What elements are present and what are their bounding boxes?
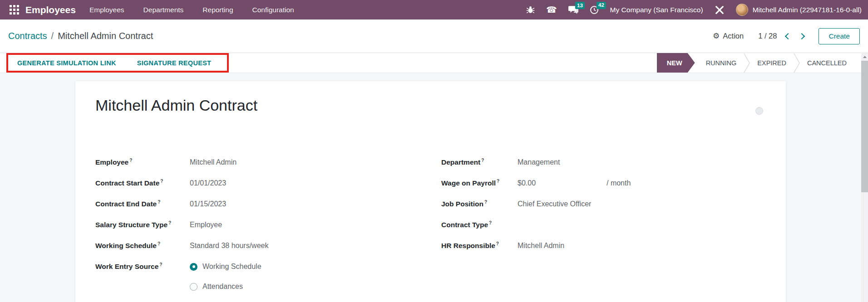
work-entry-option-working-schedule: Working Schedule [190, 263, 261, 271]
menu-item-employees[interactable]: Employees [89, 6, 124, 14]
user-menu[interactable]: Mitchell Admin (22947181-16-0-all) [753, 6, 862, 14]
working-schedule-value[interactable]: Standard 38 hours/week [190, 242, 268, 250]
control-panel: Contracts / Mitchell Admin Contract ⚙ Ac… [0, 19, 868, 53]
field-employee: Employee? Mitchell Admin [95, 152, 377, 173]
state-separator-chevron [794, 54, 800, 73]
odoo-contract-form-screen: { "nav": { "brand": "Employees", "menu_i… [0, 0, 868, 302]
help-marker: ? [496, 241, 499, 246]
breadcrumb-current: Mitchell Admin Contract [58, 31, 153, 41]
department-value[interactable]: Management [518, 158, 560, 166]
help-marker: ? [129, 158, 132, 163]
pager-value[interactable]: 1 / 28 [758, 32, 777, 40]
breadcrumb-contracts-link[interactable]: Contracts [8, 31, 47, 41]
form-statusbar: GENERATE SIMULATION LINK SIGNATURE REQUE… [0, 53, 861, 73]
salary-structure-type-label: Salary Structure Type [95, 221, 168, 229]
salary-structure-type-value[interactable]: Employee [190, 221, 222, 229]
employee-label: Employee [95, 159, 128, 166]
pager-next-icon[interactable] [799, 33, 805, 39]
wage-on-payroll-label: Wage on Payroll [441, 180, 496, 187]
status-new[interactable]: NEW [657, 53, 695, 73]
help-marker: ? [489, 220, 492, 225]
job-position-value[interactable]: Chief Executive Officer [518, 200, 591, 208]
activities-clock-icon[interactable]: 42 [590, 5, 599, 15]
voip-phone-icon[interactable]: ☎ [546, 5, 557, 14]
form-view-background: Mitchell Admin Contract Employee? Mitche… [0, 73, 861, 302]
field-contract-start-date: Contract Start Date? 01/01/2023 [95, 173, 377, 194]
gear-icon: ⚙ [713, 31, 720, 41]
department-label: Department [441, 159, 480, 166]
status-running[interactable]: RUNNING [699, 59, 744, 67]
wage-period-suffix: / month [607, 179, 631, 187]
signature-request-button[interactable]: SIGNATURE REQUEST [137, 59, 212, 67]
scrollbar-thumb[interactable] [861, 61, 868, 192]
help-marker: ? [158, 241, 160, 246]
generate-simulation-link-button[interactable]: GENERATE SIMULATION LINK [17, 59, 116, 67]
pager-previous-icon[interactable] [785, 33, 791, 39]
field-job-position: Job Position? Chief Executive Officer [441, 194, 732, 214]
breadcrumb-separator: / [51, 31, 54, 41]
breadcrumb: Contracts / Mitchell Admin Contract [8, 31, 153, 41]
employee-value[interactable]: Mitchell Admin [190, 158, 237, 166]
navbar-left: Employees Employees Departments Reportin… [6, 5, 294, 15]
menu-item-configuration[interactable]: Configuration [252, 6, 294, 14]
help-marker: ? [160, 179, 163, 184]
menu-item-reporting[interactable]: Reporting [202, 6, 233, 14]
contract-title-field[interactable]: Mitchell Admin Contract [95, 97, 257, 114]
grid-icon [10, 5, 19, 15]
apps-menu-icon[interactable] [6, 5, 22, 15]
hr-responsible-label: HR Responsible [441, 242, 495, 250]
work-entry-source-label: Work Entry Source [95, 263, 158, 271]
navbar-right: ☎ 13 42 My Company (San Francisco) Mitch… [526, 4, 862, 16]
action-label: Action [723, 32, 744, 40]
app-name-employees[interactable]: Employees [25, 5, 76, 15]
menu-item-departments[interactable]: Departments [143, 6, 184, 14]
help-marker: ? [484, 200, 487, 205]
field-column-right: Department? Management Wage on Payroll? … [441, 152, 732, 256]
main-menu: Employees Departments Reporting Configur… [89, 6, 294, 14]
radio-working-schedule[interactable] [190, 263, 197, 271]
help-marker: ? [158, 200, 160, 205]
control-panel-right: ⚙ Action 1 / 28 Create [713, 28, 860, 44]
field-contract-end-date: Contract End Date? 01/15/2023 [95, 194, 377, 214]
radio-attendances-label[interactable]: Attendances [202, 283, 243, 291]
hr-responsible-value[interactable]: Mitchell Admin [518, 242, 564, 250]
vertical-scrollbar[interactable] [861, 53, 868, 302]
contract-end-date-label: Contract End Date [95, 200, 157, 208]
field-department: Department? Management [441, 152, 732, 173]
contract-type-label: Contract Type [441, 221, 488, 229]
scroll-up-arrow-icon[interactable] [861, 53, 868, 60]
field-column-left: Employee? Mitchell Admin Contract Start … [95, 152, 377, 296]
job-position-label: Job Position [441, 200, 483, 208]
field-salary-structure-type: Salary Structure Type? Employee [95, 214, 377, 235]
kanban-state-indicator[interactable] [755, 107, 763, 115]
contract-start-date-value[interactable]: 01/01/2023 [190, 179, 226, 187]
work-entry-option-attendances: Attendances [190, 283, 243, 291]
top-navbar: Employees Employees Departments Reportin… [0, 0, 868, 19]
debug-bug-icon[interactable] [526, 5, 535, 14]
contract-end-date-value[interactable]: 01/15/2023 [190, 200, 226, 208]
radio-working-schedule-label[interactable]: Working Schedule [202, 263, 261, 271]
field-work-entry-source: Work Entry Source? Working Schedule [95, 256, 377, 277]
field-hr-responsible: HR Responsible? Mitchell Admin [441, 235, 732, 256]
status-expired[interactable]: EXPIRED [750, 59, 794, 67]
working-schedule-label: Working Schedule [95, 242, 157, 250]
help-marker: ? [168, 220, 171, 225]
activities-count-badge: 42 [597, 2, 607, 9]
field-wage-on-payroll: Wage on Payroll? $0.00 / month [441, 173, 732, 194]
wage-on-payroll-value[interactable]: $0.00 [518, 179, 607, 187]
radio-attendances[interactable] [190, 283, 197, 291]
messages-icon[interactable]: 13 [568, 5, 578, 14]
status-pipeline: NEW RUNNING EXPIRED CANCELLED [657, 53, 854, 73]
field-working-schedule: Working Schedule? Standard 38 hours/week [95, 235, 377, 256]
state-separator-chevron [744, 54, 750, 73]
form-sheet: Mitchell Admin Contract Employee? Mitche… [75, 81, 786, 302]
create-button[interactable]: Create [819, 28, 860, 44]
company-switcher[interactable]: My Company (San Francisco) [610, 6, 703, 14]
help-marker: ? [159, 262, 162, 267]
user-avatar[interactable] [736, 4, 748, 16]
help-marker: ? [481, 158, 484, 163]
help-marker: ? [497, 179, 499, 184]
action-menu-button[interactable]: ⚙ Action [713, 31, 744, 41]
status-cancelled[interactable]: CANCELLED [800, 59, 854, 67]
tools-icon[interactable] [715, 5, 725, 15]
